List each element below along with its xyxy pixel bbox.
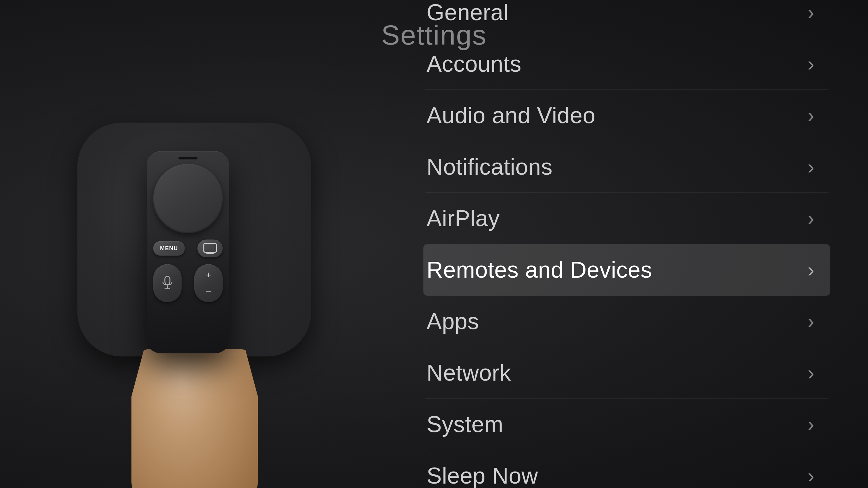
menu-button: MENU xyxy=(153,241,185,256)
menu-label-apps: Apps xyxy=(427,308,479,334)
menu-item-accounts[interactable]: Accounts› xyxy=(424,38,830,90)
menu-item-network[interactable]: Network› xyxy=(424,347,830,399)
remote-button-row-2: + − xyxy=(153,264,223,302)
illustration-panel: MENU xyxy=(0,0,379,488)
menu-label-audio-and-video: Audio and Video xyxy=(427,102,596,128)
menu-item-apps[interactable]: Apps› xyxy=(424,296,830,347)
chevron-icon-apps: › xyxy=(808,310,814,333)
volume-buttons: + − xyxy=(194,264,223,302)
menu-item-remotes-and-devices[interactable]: Remotes and Devices› xyxy=(424,244,830,296)
chevron-icon-notifications: › xyxy=(808,155,814,178)
menu-label-network: Network xyxy=(427,360,511,386)
menu-item-audio-and-video[interactable]: Audio and Video› xyxy=(424,90,830,141)
settings-menu-list: General›Accounts›Audio and Video›Notific… xyxy=(424,0,830,488)
vol-up-button: + xyxy=(206,270,211,280)
svg-rect-3 xyxy=(165,276,170,284)
remote-body: MENU xyxy=(147,151,229,353)
remote-sensor xyxy=(179,157,197,159)
tv-button xyxy=(197,239,223,257)
menu-item-general[interactable]: General› xyxy=(424,0,830,38)
remote-touchpad xyxy=(153,164,223,233)
vol-down-button: − xyxy=(206,287,211,296)
chevron-icon-sleep-now: › xyxy=(808,464,814,487)
chevron-icon-airplay: › xyxy=(808,206,814,230)
chevron-icon-remotes-and-devices: › xyxy=(808,258,814,282)
chevron-icon-general: › xyxy=(808,1,814,24)
menu-label-sleep-now: Sleep Now xyxy=(427,463,538,488)
chevron-icon-network: › xyxy=(808,361,814,384)
settings-panel: General›Accounts›Audio and Video›Notific… xyxy=(379,0,868,488)
menu-label-accounts: Accounts xyxy=(427,51,521,77)
remote-button-row-1: MENU xyxy=(153,239,223,257)
chevron-icon-system: › xyxy=(808,413,814,436)
mic-button xyxy=(153,264,182,302)
svg-rect-0 xyxy=(204,243,216,252)
menu-label-system: System xyxy=(427,411,503,437)
vol-divider xyxy=(200,283,217,283)
menu-item-system[interactable]: System› xyxy=(424,399,830,450)
hand-illustration xyxy=(131,349,258,488)
menu-label-general: General xyxy=(427,0,509,25)
menu-label-airplay: AirPlay xyxy=(427,205,500,231)
chevron-icon-accounts: › xyxy=(808,52,814,75)
menu-label-remotes-and-devices: Remotes and Devices xyxy=(427,257,652,283)
menu-label-notifications: Notifications xyxy=(427,154,553,180)
remote-illustration: MENU xyxy=(147,151,229,353)
chevron-icon-audio-and-video: › xyxy=(808,104,814,127)
menu-item-airplay[interactable]: AirPlay› xyxy=(424,193,830,244)
menu-item-notifications[interactable]: Notifications› xyxy=(424,141,830,193)
menu-item-sleep-now[interactable]: Sleep Now› xyxy=(424,450,830,488)
